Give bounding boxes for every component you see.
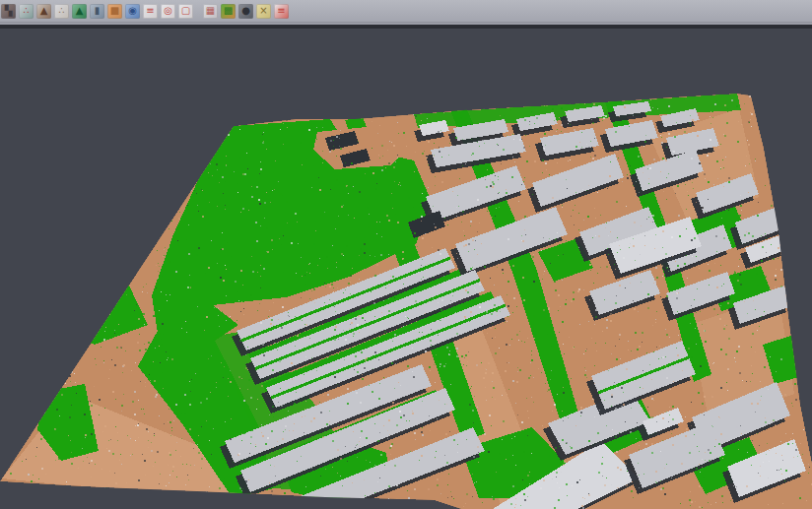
open-file-icon[interactable]: ▚: [1, 4, 16, 19]
sparse-points-icon[interactable]: ∴: [54, 4, 69, 19]
raster-grid-icon[interactable]: ▦: [203, 4, 218, 19]
classification-colors-icon[interactable]: ▩: [221, 4, 236, 19]
toolbar-shadow-edge: [0, 25, 812, 29]
main-toolbar: ▚∴▲∴▲▮■◉≡◎▢▦▩●×≡: [0, 0, 812, 23]
zoom-extents-icon[interactable]: ▢: [178, 4, 193, 19]
toolbar-group: ▚∴▲∴▲▮■◉≡◎▢: [1, 4, 196, 19]
toolbar-group: ▦▩●×≡: [203, 4, 292, 19]
snapshot-icon[interactable]: ●: [238, 4, 253, 19]
ground-class-icon[interactable]: ■: [107, 4, 122, 19]
point-cloud-render: [0, 0, 812, 509]
cross-section-icon[interactable]: ▮: [90, 4, 104, 19]
pick-point-icon[interactable]: ◎: [161, 4, 175, 19]
globe-view-icon[interactable]: ◉: [125, 4, 140, 19]
toolbar-separator: [196, 3, 203, 19]
terrain-model-icon[interactable]: ▲: [36, 4, 51, 19]
clear-selection-icon[interactable]: ×: [256, 4, 271, 19]
toolbar-wrap: ▚∴▲∴▲▮■◉≡◎▢▦▩●×≡: [0, 0, 812, 29]
vegetation-class-icon[interactable]: ▲: [72, 4, 87, 19]
align-clouds-icon[interactable]: ∴: [19, 4, 34, 19]
scalar-fields-icon[interactable]: ≡: [143, 4, 158, 19]
measure-icon[interactable]: ≡: [274, 4, 289, 19]
viewport-3d[interactable]: [0, 0, 812, 509]
